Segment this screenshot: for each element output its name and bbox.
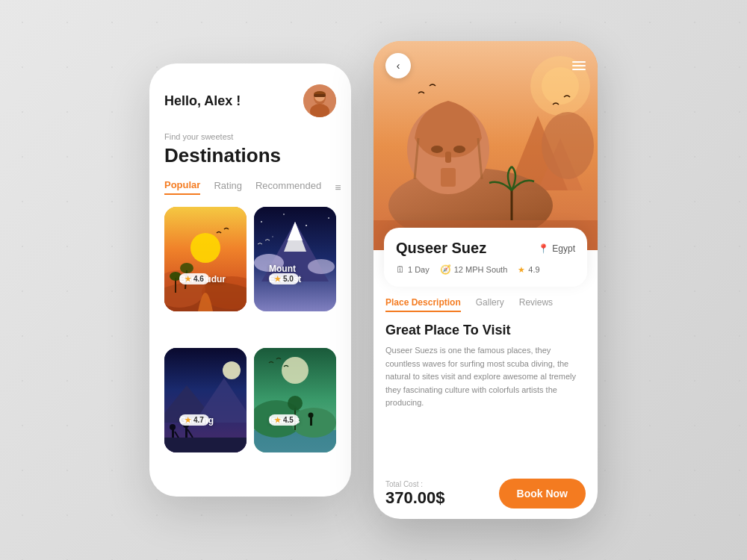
hero-section: ‹ xyxy=(374,41,598,250)
content-section: Place Description Gallery Reviews Great … xyxy=(374,287,598,468)
tab-reviews[interactable]: Reviews xyxy=(519,297,553,312)
svg-point-16 xyxy=(261,221,262,223)
svg-rect-56 xyxy=(445,152,451,163)
back-button[interactable]: ‹ xyxy=(385,53,411,78)
svg-point-17 xyxy=(283,214,285,215)
svg-rect-33 xyxy=(185,426,187,438)
wind-text: 12 MPH South xyxy=(454,265,508,274)
price-section: Total Cost : 370.00$ xyxy=(385,480,445,508)
detail-location: 📍 Egypt xyxy=(538,243,575,254)
svg-point-19 xyxy=(328,217,329,219)
star-icon: ★ xyxy=(185,275,191,283)
svg-point-20 xyxy=(272,236,273,237)
left-header: Hello, Alex ! xyxy=(164,84,336,117)
svg-point-18 xyxy=(306,225,307,226)
tab-popular[interactable]: Popular xyxy=(164,179,200,195)
svg-rect-36 xyxy=(164,438,247,452)
duration-text: 1 Day xyxy=(408,265,430,274)
greeting-text: Hello, Alex ! xyxy=(164,93,241,109)
svg-rect-57 xyxy=(441,168,456,187)
menu-line-3 xyxy=(572,69,586,70)
detail-title-row: Quseer Suez 📍 Egypt xyxy=(396,240,575,257)
svg-point-51 xyxy=(542,112,594,179)
tab-rating[interactable]: Rating xyxy=(214,180,242,194)
card-borobudur-rating: ★ 4.6 xyxy=(179,273,209,284)
hero-top-bar: ‹ xyxy=(385,53,586,78)
section-description: Quseer Suezs is one the famous places, t… xyxy=(385,344,586,410)
meta-duration: 🗓 1 Day xyxy=(396,264,430,275)
screens-container: Hello, Alex ! Find your sweetest Destina… xyxy=(149,41,598,519)
subtitle-text: Find your sweetest xyxy=(164,132,336,141)
svg-point-43 xyxy=(288,396,303,411)
menu-line-2 xyxy=(572,65,586,66)
card-gunung[interactable]: Gunung ★ 4.7 xyxy=(164,348,247,452)
svg-point-55 xyxy=(453,146,465,153)
menu-line-1 xyxy=(572,61,586,63)
filter-icon[interactable]: ≡ xyxy=(335,181,341,193)
svg-point-14 xyxy=(180,263,193,273)
svg-point-54 xyxy=(431,146,443,153)
section-title: Great Place To Visit xyxy=(385,323,586,338)
rating-star-icon: ★ xyxy=(518,265,525,275)
svg-point-41 xyxy=(282,357,309,384)
location-text: Egypt xyxy=(552,243,575,254)
cards-grid: Borobudur ★ 4.6 xyxy=(164,207,336,482)
card-islands[interactable]: Islands ★ 4.5 xyxy=(254,348,336,452)
tab-gallery[interactable]: Gallery xyxy=(476,297,504,312)
meta-rating: ★ 4.9 xyxy=(518,265,539,275)
meta-wind: 🧭 12 MPH South xyxy=(440,264,508,275)
card-everest[interactable]: Mount Everest ★ 5.0 xyxy=(254,207,336,311)
pin-icon: 📍 xyxy=(538,243,549,254)
star-icon: ★ xyxy=(274,275,281,283)
tabs-row: Popular Rating Recommended ≡ xyxy=(164,179,336,195)
book-now-button[interactable]: Book Now xyxy=(499,479,586,508)
tab-place-description[interactable]: Place Description xyxy=(385,297,461,312)
price-value: 370.00$ xyxy=(385,488,445,508)
bottom-bar: Total Cost : 370.00$ Book Now xyxy=(374,468,598,519)
content-tabs: Place Description Gallery Reviews xyxy=(385,297,586,312)
back-icon: ‹ xyxy=(397,60,400,72)
calendar-icon: 🗓 xyxy=(396,264,405,275)
avatar[interactable] xyxy=(303,84,336,117)
svg-rect-5 xyxy=(314,94,326,97)
tab-recommended[interactable]: Recommended xyxy=(255,180,321,194)
menu-icon[interactable] xyxy=(572,61,586,70)
price-label: Total Cost : xyxy=(385,480,445,488)
phone-left: Hello, Alex ! Find your sweetest Destina… xyxy=(149,63,351,497)
svg-point-45 xyxy=(309,413,314,418)
svg-point-29 xyxy=(223,361,241,379)
star-icon: ★ xyxy=(274,416,281,424)
card-gunung-rating: ★ 4.7 xyxy=(179,414,209,426)
destination-name: Quseer Suez xyxy=(396,240,486,257)
rating-text: 4.9 xyxy=(528,265,539,274)
destination-detail-card: Quseer Suez 📍 Egypt 🗓 1 Day 🧭 12 MPH Sou… xyxy=(384,228,587,287)
star-icon: ★ xyxy=(185,416,191,424)
detail-meta: 🗓 1 Day 🧭 12 MPH South ★ 4.9 xyxy=(396,264,575,275)
compass-icon: 🧭 xyxy=(440,264,451,275)
card-everest-rating: ★ 5.0 xyxy=(269,273,299,284)
phone-right: ‹ xyxy=(374,41,598,519)
svg-point-25 xyxy=(308,259,335,274)
svg-point-31 xyxy=(170,424,176,430)
svg-rect-44 xyxy=(310,417,312,426)
card-borobudur[interactable]: Borobudur ★ 4.6 xyxy=(164,207,247,311)
svg-point-7 xyxy=(190,233,220,263)
main-title: Destinations xyxy=(164,144,336,167)
card-islands-rating: ★ 4.5 xyxy=(269,414,299,426)
